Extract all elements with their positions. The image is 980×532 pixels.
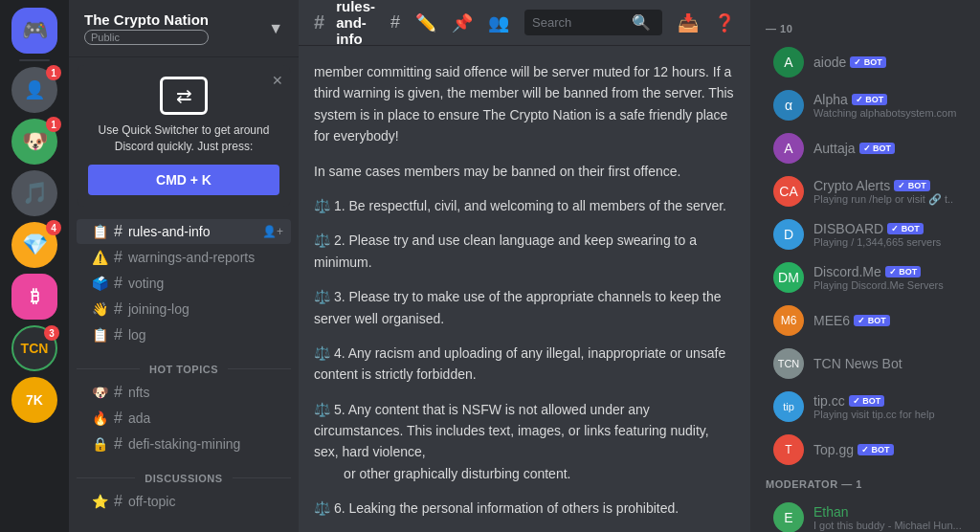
member-item-crypto-alerts[interactable]: CA Crypto Alerts ✓ BOT Playing run /help… (758, 170, 972, 212)
bot-badge: ✓ BOT (894, 180, 930, 191)
channel-name: log (128, 327, 146, 343)
channel-item-log[interactable]: 📋 # log (77, 322, 291, 347)
channel-emoji-voting: 🗳️ (92, 276, 108, 291)
channel-item-defi[interactable]: 🔒 # defi-staking-mining (77, 432, 291, 456)
section-line-left (77, 477, 135, 478)
notification-badge: 3 (44, 325, 59, 341)
bot-badge: ✓ BOT (854, 315, 890, 326)
hash-icon: # (114, 249, 122, 266)
message-text: ⚖️ 3. Please try to make use of the appr… (314, 286, 735, 329)
header-icons: # ✏️ 📌 👥 🔍 📥 ❓ (390, 10, 735, 35)
search-icon: 🔍 (632, 13, 651, 32)
member-item-tip-cc[interactable]: tip tip.cc ✓ BOT Playing visit tip.cc fo… (758, 386, 972, 428)
message-block: ⚖️ 4. Any racism and uploading of any il… (314, 343, 735, 386)
member-item-ethan[interactable]: E Ethan I got this buddy - Michael Hun..… (758, 497, 972, 532)
chat-messages: member committing said offence will be s… (299, 46, 750, 532)
member-status: Playing visit tip.cc for help (813, 409, 965, 420)
member-item-alpha[interactable]: α Alpha ✓ BOT Watching alphabotsystem.co… (758, 84, 972, 126)
member-info: DISBOARD ✓ BOT Playing / 1,344,665 serve… (813, 221, 965, 248)
member-info: MEE6 ✓ BOT (813, 313, 965, 328)
server-icon-tcn[interactable]: TCN 3 (11, 325, 57, 371)
member-item-discord-me[interactable]: DM Discord.Me ✓ BOT Playing Discord.Me S… (758, 256, 972, 299)
hash-icon: # (114, 223, 122, 240)
pin-icon[interactable]: 📌 (452, 12, 473, 33)
member-item-mee6[interactable]: M6 MEE6 ✓ BOT (758, 299, 972, 342)
notification-badge: 1 (46, 117, 61, 132)
chevron-down-icon[interactable]: ▼ (268, 20, 283, 37)
member-item-tcn-news[interactable]: TCN TCN News Bot (758, 343, 972, 385)
channel-name: defi-staking-mining (128, 436, 241, 452)
member-name: aiode ✓ BOT (813, 55, 965, 70)
server-icon-7k[interactable]: 7K (11, 377, 57, 423)
channel-item-ada[interactable]: 🔥 # ada (77, 406, 291, 431)
message-block: member committing said offence will be s… (314, 61, 735, 147)
channel-emoji-rules: 📋 (92, 224, 108, 239)
member-info: Auttaja ✓ BOT (813, 141, 965, 156)
member-item-aiode[interactable]: A aiode ✓ BOT (758, 41, 972, 83)
inbox-icon[interactable]: 📥 (678, 12, 699, 33)
avatar: M6 (773, 305, 804, 336)
avatar: T (773, 434, 804, 465)
server-icon-3[interactable]: 🎵 (11, 170, 57, 216)
add-member-icon[interactable]: 👤+ (262, 225, 283, 238)
message-text: In same cases members may be banned on t… (314, 161, 735, 182)
message-text: ⚖️ 4. Any racism and uploading of any il… (314, 343, 735, 386)
hash-icon: # (114, 384, 122, 401)
hash-icon: # (114, 275, 122, 292)
server-icon-2[interactable]: 🐶 1 (11, 119, 57, 165)
avatar: α (773, 90, 804, 121)
member-name: Top.gg ✓ BOT (813, 442, 965, 457)
member-info: aiode ✓ BOT (813, 55, 965, 70)
close-icon[interactable]: ✕ (272, 73, 283, 88)
hashtag-icon[interactable]: # (390, 12, 400, 33)
cmd-k-button[interactable]: CMD + K (88, 165, 279, 195)
channel-name: rules-and-info (128, 224, 211, 239)
message-block: ⚖️ 5. Any content that is NSFW is not al… (314, 399, 735, 485)
server-icon-crypto[interactable]: ₿ (11, 274, 57, 320)
member-status: Watching alphabotsystem.com (813, 107, 965, 119)
channel-item-warnings[interactable]: ⚠️ # warnings-and-reports (77, 245, 291, 270)
help-icon[interactable]: ❓ (714, 12, 735, 33)
message-block: ⚖️ 1. Be respectful, civil, and welcomin… (314, 195, 735, 216)
channel-name: warnings-and-reports (128, 250, 255, 265)
server-icon-4[interactable]: 💎 4 (11, 222, 57, 268)
avatar: E (773, 502, 804, 532)
avatar: A (773, 47, 804, 78)
channel-name: off-topic (128, 494, 176, 509)
channel-emoji-off-topic: ⭐ (92, 494, 108, 509)
edit-icon[interactable]: ✏️ (415, 12, 436, 33)
notification-badge: 1 (46, 65, 61, 80)
bot-badge: ✓ BOT (858, 444, 894, 455)
sidebar-header: The Crypto Nation Public ▼ (69, 0, 299, 57)
server-icon-1[interactable]: 👤 1 (11, 67, 57, 113)
avatar: 👤 (24, 79, 45, 100)
channel-emoji-joining: 👋 (92, 301, 108, 317)
server-name[interactable]: The Crypto Nation (84, 11, 209, 28)
channel-hash-icon: # (314, 11, 324, 33)
hash-icon: # (114, 435, 122, 453)
search-input[interactable] (532, 15, 628, 30)
member-status: Playing / 1,344,665 servers (813, 236, 965, 248)
channel-item-rules-and-info[interactable]: 📋 # rules-and-info 👤+ (77, 219, 291, 244)
channel-name: joining-log (128, 301, 189, 317)
channel-item-nfts[interactable]: 🐶 # nfts (77, 380, 291, 405)
member-item-top-gg[interactable]: T Top.gg ✓ BOT (758, 429, 972, 471)
section-label: DISCUSSIONS (139, 473, 228, 484)
member-name: TCN News Bot (813, 356, 965, 371)
avatar: 🎵 (22, 181, 48, 206)
member-item-auttaja[interactable]: A Auttaja ✓ BOT (758, 127, 972, 169)
channel-item-joining-log[interactable]: 👋 # joining-log (77, 297, 291, 321)
server-icon-home[interactable]: 🎮 (11, 8, 57, 54)
member-item-disboard[interactable]: D DISBOARD ✓ BOT Playing / 1,344,665 ser… (758, 213, 972, 255)
avatar: ₿ (31, 287, 39, 307)
member-info: Ethan I got this buddy - Michael Hun... (813, 504, 965, 531)
member-name: Auttaja ✓ BOT (813, 141, 965, 156)
member-status: I got this buddy - Michael Hun... (813, 520, 965, 531)
channel-item-off-topic[interactable]: ⭐ # off-topic (77, 489, 291, 514)
channel-name: voting (128, 276, 164, 291)
member-status: Playing run /help or visit 🔗 t.. (813, 193, 965, 206)
members-icon[interactable]: 👥 (488, 12, 509, 33)
avatar: CA (773, 176, 804, 207)
channel-item-voting[interactable]: 🗳️ # voting (77, 271, 291, 296)
avatar: 💎 (22, 233, 48, 257)
